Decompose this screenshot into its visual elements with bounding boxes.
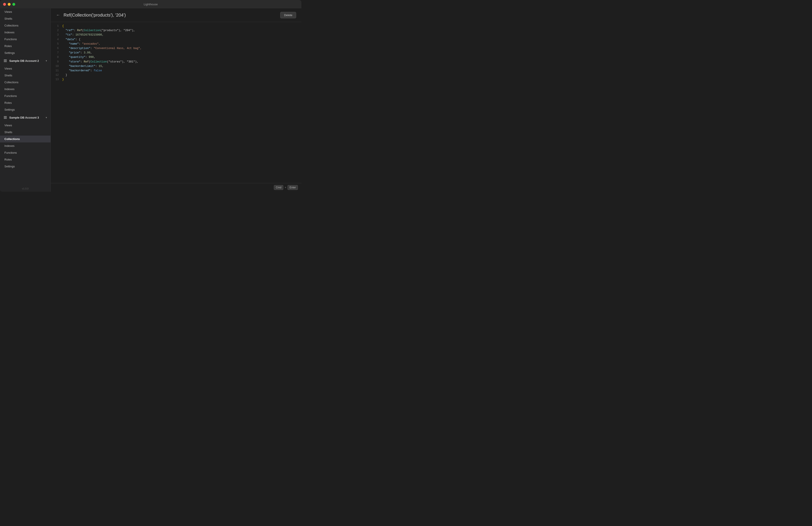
sidebar-item-shells1[interactable]: Shells [0,15,50,22]
svg-rect-2 [4,61,7,62]
line-number: 11 [53,69,59,73]
close-button[interactable] [3,3,6,6]
line-number: 3 [53,33,59,37]
code-line-12: 12 } [51,73,301,77]
line-content: } [62,77,64,82]
line-content: "price": 3.99, [62,51,92,55]
sidebar-item-functions1[interactable]: Functions [0,36,50,43]
cmd-key: Cmd [274,185,283,190]
sidebar-item-collections1[interactable]: Collections [0,22,50,29]
code-line-6: 6 "description": "Conventional Hass, 4ct… [51,46,301,51]
code-line-3: 3 "ts": 1676526793215000, [51,33,301,37]
code-line-1: 1{ [51,24,301,28]
version-label: v1.0.0 [0,185,50,192]
sidebar-account-3[interactable]: Sample DB Account 3 ▼ [0,113,50,122]
delete-button[interactable]: Delete [280,12,296,18]
app-layout: Views Shells Collections Indexes Functio… [0,9,301,192]
code-line-5: 5 "name": "avocados", [51,42,301,46]
sidebar-item-collections3[interactable]: Collections [0,136,50,142]
code-line-7: 7 "price": 3.99, [51,51,301,55]
code-line-8: 8 "quantity": 990, [51,55,301,59]
code-line-2: 2 "ref": Ref(Collection("products"), "20… [51,28,301,33]
sidebar-item-shells3[interactable]: Shells [0,129,50,136]
sidebar-item-functions3[interactable]: Functions [0,149,50,156]
line-number: 5 [53,42,59,46]
back-button[interactable]: ← [56,13,60,17]
code-line-13: 13} [51,77,301,82]
sidebar-item-settings1[interactable]: Settings [0,49,50,56]
code-line-9: 9 "store": Ref(Collection("stores"), "30… [51,60,301,64]
titlebar: Lighthouse [0,0,301,9]
line-content: "data": { [62,37,81,42]
chevron-down-icon: ▼ [45,60,47,62]
chevron-down-icon-3: ▼ [45,116,47,119]
sidebar-item-roles2[interactable]: Roles [0,99,50,106]
line-number: 8 [53,55,59,59]
line-number: 6 [53,46,59,51]
line-number: 10 [53,64,59,69]
line-content: "description": "Conventional Hass, 4ct b… [62,46,142,51]
sidebar-item-shells2[interactable]: Shells [0,72,50,79]
svg-rect-3 [4,116,7,117]
svg-rect-5 [4,118,7,119]
editor-area: 1{2 "ref": Ref(Collection("products"), "… [51,22,301,192]
sidebar-item-indexes3[interactable]: Indexes [0,142,50,149]
line-number: 4 [53,37,59,42]
sidebar-item-roles3[interactable]: Roles [0,156,50,163]
line-content: "backorderLimit": 15, [62,64,104,69]
line-content: "backordered": false [62,69,102,73]
sidebar-item-collections2[interactable]: Collections [0,79,50,86]
plus-icon: + [285,186,286,189]
line-number: 2 [53,28,59,33]
sidebar-item-functions2[interactable]: Functions [0,93,50,99]
sidebar-item-settings2[interactable]: Settings [0,106,50,113]
sidebar-item-views1[interactable]: Views [0,9,50,15]
database-icon [3,58,8,63]
line-content: "ts": 1676526793215000, [62,33,104,37]
line-content: "store": Ref(Collection("stores"), "301"… [62,60,139,64]
code-line-4: 4 "data": { [51,37,301,42]
sidebar-item-views2[interactable]: Views [0,65,50,72]
enter-key: Enter [288,185,298,190]
main-content: ← Ref(Collection('products'), '204') Del… [51,9,301,192]
sidebar-item-settings3[interactable]: Settings [0,163,50,170]
code-line-11: 11 "backordered": false [51,69,301,73]
sidebar-account-2[interactable]: Sample DB Account 2 ▼ [0,56,50,65]
account3-name: Sample DB Account 3 [9,116,39,119]
sidebar-item-indexes1[interactable]: Indexes [0,29,50,36]
bottom-toolbar: Cmd + Enter [51,183,301,192]
app-title: Lighthouse [144,3,158,6]
line-content: "name": "avocados", [62,42,100,46]
line-number: 12 [53,73,59,77]
window-controls [3,3,15,6]
page-title: Ref(Collection('products'), '204') [63,13,277,18]
svg-rect-4 [4,117,7,118]
svg-rect-0 [4,59,7,60]
svg-rect-1 [4,60,7,61]
line-number: 9 [53,60,59,64]
line-content: "ref": Ref(Collection("products"), "204"… [62,28,135,33]
line-content: } [62,73,67,77]
sidebar-item-roles1[interactable]: Roles [0,43,50,49]
code-panel[interactable]: 1{2 "ref": Ref(Collection("products"), "… [51,22,301,183]
line-content: { [62,24,64,28]
minimize-button[interactable] [8,3,11,6]
sidebar-item-indexes2[interactable]: Indexes [0,86,50,93]
maximize-button[interactable] [12,3,15,6]
sidebar: Views Shells Collections Indexes Functio… [0,9,51,192]
database-icon-3 [3,115,8,120]
account2-name: Sample DB Account 2 [9,59,39,62]
line-number: 13 [53,77,59,82]
code-line-10: 10 "backorderLimit": 15, [51,64,301,69]
line-content: "quantity": 990, [62,55,95,59]
line-number: 7 [53,51,59,55]
line-number: 1 [53,24,59,28]
sidebar-item-views3[interactable]: Views [0,122,50,129]
content-header: ← Ref(Collection('products'), '204') Del… [51,9,301,22]
